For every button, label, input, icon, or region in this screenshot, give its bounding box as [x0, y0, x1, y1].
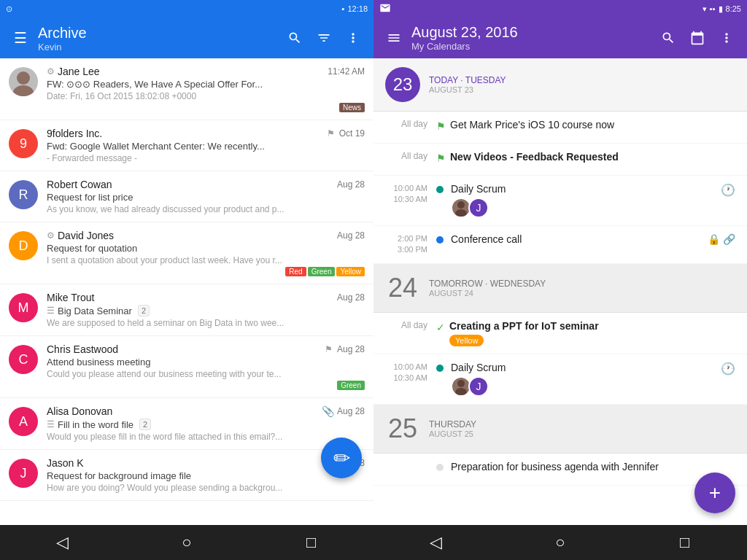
svg-point-1 [13, 85, 34, 96]
cal-toolbar: August 23, 2016 My Calendars [374, 18, 747, 58]
recent-button-cal[interactable]: □ [656, 525, 714, 560]
email-subject: ☰ Fill in the word file 2 [47, 419, 365, 430]
day-header-23: 23 TODAY · TUESDAY AUGUST 23 [374, 58, 747, 112]
email-item-jane-lee[interactable]: ⚙ Jane Lee 11:42 AM FW: ⊙⊙⊙ Readers, We … [0, 58, 374, 120]
email-preview: I sent a quotation about your product la… [47, 255, 365, 265]
email-item-9folders[interactable]: 9 9folders Inc. ⚑ Oct 19 Fwd: Google Wal… [0, 120, 374, 171]
email-content-mike: Mike Trout Aug 28 ☰ Big Data Seminar 2 W… [47, 292, 365, 328]
cal-title: August 23, 2016 [411, 24, 651, 41]
cal-more-button[interactable] [718, 29, 735, 47]
email-item-jason-k[interactable]: J Jason K Aug 28 Request for background … [0, 450, 374, 501]
event-tag-yellow: Yellow [449, 332, 735, 346]
email-preview: We are supposed to held a seminar on Big… [47, 318, 365, 328]
back-button-email[interactable]: ◁ [33, 525, 91, 560]
email-content-david: ⚙ David Jones Aug 28 Request for quotati… [47, 230, 365, 276]
tag-yellow: Yellow [336, 267, 365, 276]
email-preview: How are you doing? Would you please send… [47, 483, 365, 493]
recent-button-email[interactable]: □ [282, 525, 341, 560]
email-status-time: ▪ 12:18 [342, 4, 368, 13]
sender-name: Jason K [47, 457, 84, 469]
event-new-videos[interactable]: All day ⚑ New Videos - Feedback Requeste… [374, 144, 747, 176]
cal-search-button[interactable] [659, 29, 677, 47]
cal-menu-button[interactable] [385, 29, 403, 47]
cal-icon-button[interactable] [689, 29, 706, 47]
cal-status-bar: ▾ ▪▪ ▮ 8:25 [374, 0, 747, 18]
avatar-9folders: 9 [9, 129, 38, 158]
filter-button[interactable] [315, 29, 333, 47]
home-button-email[interactable]: ○ [158, 525, 216, 560]
attach-icon: 📎 [322, 405, 334, 417]
day-info-24: TOMORROW · WEDNESDAY AUGUST 24 [429, 279, 546, 298]
email-toolbar: ☰ Archive Kevin [0, 18, 374, 58]
cal-time-display: 8:25 [726, 4, 741, 13]
email-item-robert-cowan[interactable]: R Robert Cowan Aug 28 Request for list p… [0, 171, 374, 222]
email-item-chris-eastwood[interactable]: C Chris Eastwood ⚑ Aug 28 Attend busines… [0, 336, 374, 398]
day-date-24: AUGUST 24 [429, 289, 546, 298]
avatar-j: J [468, 198, 489, 218]
event-time: 2:00 PM 3:00 PM [385, 233, 436, 256]
email-content-9folders: 9folders Inc. ⚑ Oct 19 Fwd: Google Walle… [47, 128, 365, 163]
avatar-chris-eastwood: C [9, 345, 38, 374]
battery-icon: ▮ [719, 4, 723, 14]
compose-fab[interactable]: ✏ [321, 438, 362, 478]
search-button[interactable] [286, 29, 303, 47]
back-button-cal[interactable]: ◁ [406, 525, 465, 560]
home-button-cal[interactable]: ○ [531, 525, 589, 560]
event-daily-scrum-1[interactable]: 10:00 AM 10:30 AM Daily Scrum J 🕐 [374, 176, 747, 226]
sender-name: ⚙ David Jones [47, 230, 114, 241]
event-flag-icon: ⚑ [436, 120, 446, 132]
email-tags: Green [47, 381, 365, 390]
event-details: Daily Scrum J [451, 183, 721, 218]
event-preparation[interactable]: Preparation for business agenda with Jen… [374, 454, 747, 486]
email-nav-bar: ◁ ○ □ [0, 525, 374, 560]
tag-green: Green [308, 267, 336, 276]
flag-icon: ⚑ [325, 344, 333, 354]
email-preview: Date: Fri, 16 Oct 2015 18:02:08 +0000 [47, 91, 365, 101]
day-info-25: THURSDAY AUGUST 25 [429, 419, 476, 438]
email-date: Aug 28 [337, 406, 365, 416]
clock-icon: 🕐 [721, 183, 735, 197]
allday-label: All day [385, 151, 436, 161]
email-toolbar-title: Archive Kevin [38, 24, 277, 52]
yellow-tag: Yellow [449, 335, 484, 346]
more-button[interactable] [344, 29, 362, 47]
menu-button[interactable]: ☰ [12, 29, 29, 47]
event-title: Get Mark Price's iOS 10 course now [450, 119, 735, 131]
email-preview: Could you please attend our business mee… [47, 369, 365, 379]
add-event-fab[interactable]: + [694, 472, 735, 513]
day-number-25: 25 [385, 413, 420, 444]
battery-icon: ▪ [342, 4, 345, 13]
svg-point-5 [455, 388, 467, 395]
email-content-chris: Chris Eastwood ⚑ Aug 28 Attend business … [47, 343, 365, 390]
tag-news: News [339, 103, 365, 112]
event-details: Daily Scrum J [451, 362, 721, 397]
cal-subtitle: My Calendars [411, 41, 651, 52]
email-item-david-jones[interactable]: D ⚙ David Jones Aug 28 Request for quota… [0, 222, 374, 284]
avatars-row: J [451, 376, 721, 397]
event-dot [436, 186, 444, 193]
cal-nav-bar: ◁ ○ □ [374, 525, 747, 560]
event-dot [436, 464, 444, 471]
sender-name: Mike Trout [47, 292, 94, 303]
event-time: 10:00 AM 10:30 AM [385, 183, 436, 206]
event-ios-course[interactable]: All day ⚑ Get Mark Price's iOS 10 course… [374, 112, 747, 144]
email-date: Aug 28 [337, 179, 365, 190]
email-item-mike-trout[interactable]: M Mike Trout Aug 28 ☰ Big Data Seminar 2… [0, 284, 374, 336]
event-conference-call[interactable]: 2:00 PM 3:00 PM Conference call 🔒 🔗 [374, 226, 747, 264]
event-daily-scrum-2[interactable]: 10:00 AM 10:30 AM Daily Scrum J 🕐 [374, 354, 747, 405]
day-label-25: THURSDAY [429, 419, 476, 429]
email-item-alisa-donovan[interactable]: A Alisa Donovan 📎 Aug 28 ☰ Fill in the w… [0, 398, 374, 450]
time-display: 12:18 [347, 4, 368, 13]
event-title: New Videos - Feedback Requested [450, 151, 735, 163]
archive-title: Archive [38, 24, 277, 42]
avatar-david-jones: D [9, 231, 38, 260]
sender-name: 9folders Inc. [47, 128, 102, 139]
allday-label: All day [385, 119, 436, 129]
day-number-24: 24 [385, 273, 420, 303]
email-date: Aug 28 [337, 344, 365, 354]
email-subject: Attend business meeting [47, 357, 365, 368]
svg-point-3 [455, 209, 467, 217]
event-ppt-iot[interactable]: All day ✓ Creating a PPT for IoT seminar… [374, 313, 747, 354]
event-details: Preparation for business agenda with Jen… [451, 461, 735, 472]
event-details: Creating a PPT for IoT seminar Yellow [449, 320, 735, 346]
